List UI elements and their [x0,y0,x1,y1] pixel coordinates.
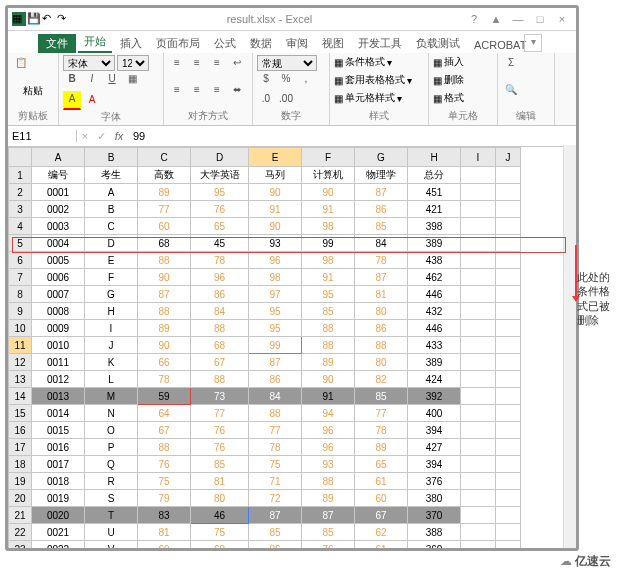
cell[interactable]: S [85,490,138,507]
cell[interactable]: 77 [249,422,302,439]
cell[interactable]: 84 [249,388,302,405]
cell[interactable]: 90 [302,371,355,388]
cell[interactable]: 96 [191,269,249,286]
cell[interactable]: 87 [355,269,408,286]
cell-style-icon[interactable]: ▦ [334,93,343,104]
cell[interactable]: 89 [138,320,191,337]
col-header[interactable]: H [408,148,461,167]
cell[interactable]: 421 [408,201,461,218]
cell[interactable]: 446 [408,320,461,337]
cell[interactable]: I [85,320,138,337]
cell[interactable]: 68 [191,541,249,552]
cell[interactable]: 马列 [249,167,302,184]
cell[interactable]: 394 [408,422,461,439]
help-icon[interactable]: ? [464,13,484,25]
cell[interactable]: 446 [408,286,461,303]
cell[interactable]: 90 [302,184,355,201]
cell[interactable]: 73 [191,388,249,405]
cell[interactable]: 95 [249,320,302,337]
table-format-button[interactable]: 套用表格格式 [345,73,405,87]
cell[interactable]: 59 [138,388,191,405]
cell[interactable]: 78 [249,439,302,456]
tab-view[interactable]: 视图 [316,34,350,53]
cell[interactable]: 96 [249,252,302,269]
cell[interactable]: 98 [302,218,355,235]
cell[interactable]: 78 [355,252,408,269]
cell[interactable]: 88 [191,320,249,337]
cond-format-button[interactable]: 条件格式 [345,55,385,69]
cell[interactable]: 计算机 [302,167,355,184]
cell[interactable]: 95 [249,303,302,320]
dec-inc-icon[interactable]: .0 [257,91,275,109]
col-header[interactable]: G [355,148,408,167]
cell[interactable]: U [85,524,138,541]
cell[interactable]: 0022 [32,541,85,552]
cell[interactable]: 67 [355,507,408,524]
number-format-select[interactable]: 常规 [257,55,317,71]
cell[interactable]: 65 [191,218,249,235]
cell[interactable]: 75 [191,524,249,541]
cell[interactable]: H [85,303,138,320]
cell[interactable]: 0005 [32,252,85,269]
cell[interactable]: O [85,422,138,439]
delete-button[interactable]: 删除 [444,73,464,87]
name-box[interactable]: E11 [8,130,77,142]
cell[interactable]: 88 [302,320,355,337]
cell[interactable]: 94 [302,405,355,422]
row-header[interactable]: 20 [9,490,32,507]
cell[interactable]: 0007 [32,286,85,303]
cell[interactable]: F [85,269,138,286]
tab-home[interactable]: 开始 [78,32,112,53]
row-header[interactable]: 3 [9,201,32,218]
tab-dev[interactable]: 开发工具 [352,34,408,53]
cell[interactable]: B [85,201,138,218]
col-header[interactable]: B [85,148,138,167]
insert-button[interactable]: 插入 [444,55,464,69]
col-header[interactable]: E [249,148,302,167]
merge-icon[interactable]: ⬌ [228,82,246,100]
cell[interactable]: 433 [408,337,461,354]
cell[interactable]: 98 [302,252,355,269]
font-family-select[interactable]: 宋体 [63,55,115,71]
row-header[interactable]: 21 [9,507,32,524]
cell[interactable]: 物理学 [355,167,408,184]
cell[interactable]: 77 [191,405,249,422]
italic-icon[interactable]: I [83,71,101,89]
cell[interactable]: 72 [249,490,302,507]
underline-icon[interactable]: U [103,71,121,89]
row-header[interactable]: 23 [9,541,32,552]
cell[interactable]: 0013 [32,388,85,405]
cell[interactable]: K [85,354,138,371]
cell[interactable]: 78 [355,422,408,439]
minimize-icon[interactable]: — [508,13,528,25]
row-header[interactable]: 2 [9,184,32,201]
col-header[interactable]: D [191,148,249,167]
percent-icon[interactable]: % [277,71,295,89]
cell[interactable]: 88 [249,405,302,422]
cell[interactable]: 462 [408,269,461,286]
cell[interactable]: 85 [302,524,355,541]
cell[interactable]: C [85,218,138,235]
row-header[interactable]: 1 [9,167,32,184]
cell[interactable]: 432 [408,303,461,320]
cell[interactable]: 82 [355,371,408,388]
cell[interactable]: 0020 [32,507,85,524]
tab-formula[interactable]: 公式 [208,34,242,53]
currency-icon[interactable]: $ [257,71,275,89]
cell[interactable]: 93 [249,235,302,252]
cell[interactable]: 80 [355,354,408,371]
cell[interactable]: 76 [302,541,355,552]
cell[interactable]: 45 [191,235,249,252]
cell[interactable]: 424 [408,371,461,388]
cell[interactable]: 88 [355,337,408,354]
cell[interactable]: 360 [408,541,461,552]
cell[interactable]: 85 [355,388,408,405]
cell[interactable]: 0017 [32,456,85,473]
cell[interactable]: 78 [191,252,249,269]
delete-icon[interactable]: ▦ [433,75,442,86]
cell[interactable]: 0006 [32,269,85,286]
tab-review[interactable]: 审阅 [280,34,314,53]
cell[interactable]: R [85,473,138,490]
cell[interactable]: 81 [138,524,191,541]
border-icon[interactable]: ▦ [123,71,141,89]
